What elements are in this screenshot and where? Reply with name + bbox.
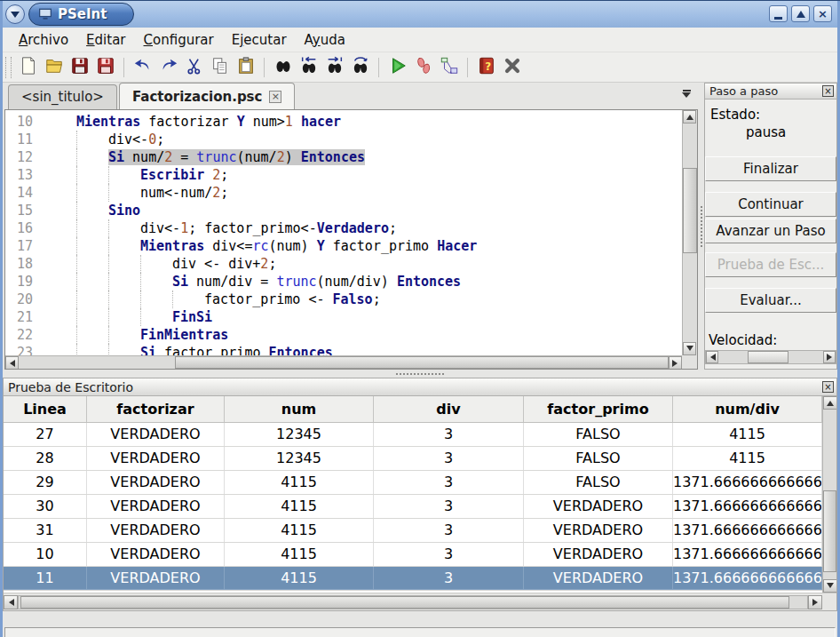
title-bar[interactable]: PSeInt × (3, 1, 837, 28)
code-line: 12Si num/2 = trunc(num/2) Entonces (5, 148, 682, 166)
svg-text:?: ? (485, 60, 491, 73)
table-row[interactable]: 28VERDADERO123453FALSO4115 (4, 447, 822, 471)
scroll-up-button[interactable] (683, 110, 696, 123)
table-cell: 3 (374, 567, 524, 590)
open-file-button[interactable] (42, 55, 66, 79)
toolbar-row: ? (3, 52, 837, 83)
continuar-button[interactable]: Continuar (705, 192, 836, 217)
find-prev-button[interactable] (297, 55, 321, 79)
slider-left-button[interactable] (706, 351, 718, 363)
menu-item-ejecutar[interactable]: Ejecutar (223, 29, 296, 51)
table-row[interactable]: 27VERDADERO123453FALSO4115 (4, 423, 822, 447)
editor-vertical-scrollbar[interactable] (682, 110, 697, 355)
toolbar-separator (378, 58, 379, 77)
column-header-num[interactable]: num (225, 396, 374, 422)
table-row[interactable]: 31VERDADERO41153VERDADERO1371.6666666666… (4, 519, 822, 543)
step-buttons: FinalizarContinuarAvanzar un PasoPrueba … (705, 156, 836, 313)
scroll-left-button[interactable] (4, 595, 18, 609)
help-button[interactable]: ? (474, 55, 498, 79)
scroll-right-button[interactable] (669, 356, 682, 370)
quit-button[interactable] (500, 55, 524, 79)
table-cell: 30 (4, 495, 87, 518)
run-button[interactable] (385, 55, 409, 79)
code-line: 23Si factor_primo Entonces (5, 344, 682, 355)
finalizar-button[interactable]: Finalizar (705, 156, 836, 181)
table-row[interactable]: 29VERDADERO41153FALSO1371.666666666666 (4, 471, 822, 495)
table-cell: VERDADERO (524, 495, 673, 518)
scrollbar-thumb[interactable] (823, 490, 836, 572)
table-cell: FALSO (524, 447, 673, 470)
step-run-button[interactable] (411, 55, 435, 79)
table-horizontal-scrollbar[interactable] (4, 593, 836, 610)
vertical-splitter[interactable] (698, 83, 704, 370)
new-file-button[interactable] (16, 55, 40, 79)
tab-close-icon[interactable]: × (269, 91, 281, 103)
line-number: 11 (5, 131, 44, 148)
minimize-button[interactable] (769, 5, 788, 22)
tab-list-button[interactable] (682, 90, 691, 102)
editor-horizontal-scrollbar[interactable] (5, 355, 682, 369)
scroll-up-button[interactable] (823, 396, 836, 410)
redo-button[interactable] (156, 55, 180, 79)
run-icon (388, 56, 408, 78)
save-button[interactable] (67, 55, 91, 79)
table-row[interactable]: 11VERDADERO41153VERDADERO1371.6666666666… (4, 567, 822, 591)
copy-button[interactable] (208, 55, 232, 79)
close-button[interactable]: × (813, 5, 832, 22)
scrollbar-thumb[interactable] (683, 168, 697, 253)
avanzar-un-paso-button[interactable]: Avanzar un Paso (705, 219, 836, 243)
table-cell: 4115 (225, 471, 374, 494)
tab-factorizacion-psc[interactable]: Factorizacion.psc× (119, 83, 296, 109)
find-next-button[interactable] (322, 55, 346, 79)
table-cell: 3 (374, 471, 524, 494)
cut-button[interactable] (182, 55, 206, 79)
paste-button[interactable] (234, 55, 258, 79)
flowchart-button[interactable] (437, 55, 461, 79)
slider-right-button[interactable] (823, 351, 836, 363)
undo-button[interactable] (131, 55, 155, 79)
table-vertical-scrollbar[interactable] (822, 396, 836, 593)
estado-value: pausa (705, 124, 836, 142)
menu-item-editar[interactable]: Editar (77, 29, 134, 51)
panel-close-icon[interactable]: × (822, 381, 834, 393)
status-row (3, 611, 837, 637)
tab-sin-titulo[interactable]: <sin_titulo> (8, 84, 117, 109)
scroll-down-button[interactable] (683, 342, 696, 355)
slider-thumb[interactable] (748, 351, 788, 363)
scroll-right-button[interactable] (808, 595, 822, 609)
toolbar-grip[interactable] (5, 57, 12, 78)
column-header-num-div[interactable]: num/div (673, 396, 822, 422)
arrow-left-icon (707, 354, 716, 361)
menu-item-configurar[interactable]: Configurar (135, 29, 223, 51)
menu-item-ayuda[interactable]: Ayuda (296, 29, 354, 51)
horizontal-splitter[interactable] (3, 370, 837, 378)
table-row[interactable]: 30VERDADERO41153VERDADERO1371.6666666666… (4, 495, 822, 519)
code-line: 19Si num/div = trunc(num/div) Entonces (5, 273, 682, 291)
find-button[interactable] (271, 55, 295, 79)
table-cell: 3 (374, 423, 524, 446)
menu-item-archivo[interactable]: Archivo (10, 29, 77, 51)
maximize-button[interactable] (791, 5, 810, 22)
scrollbar-thumb[interactable] (175, 356, 669, 369)
prueba-de-escritorio-button: Prueba de Esc... (705, 252, 836, 277)
table-cell: 3 (374, 495, 524, 518)
evaluar-button[interactable]: Evaluar... (705, 288, 836, 313)
panel-close-icon[interactable]: × (822, 85, 834, 97)
scroll-left-button[interactable] (5, 356, 19, 370)
save-as-button[interactable] (93, 55, 117, 79)
tab-list-icon (683, 90, 691, 92)
replace-button[interactable] (348, 55, 372, 79)
column-header-div[interactable]: div (374, 396, 524, 422)
code-area[interactable]: 10Mientras factorizar Y num>1 hacer11div… (5, 110, 682, 355)
table-cell: 4115 (225, 495, 374, 518)
table-cell: 1371.666666666666 (673, 471, 822, 494)
column-header-factor-primo[interactable]: factor_primo (524, 396, 673, 422)
table-row[interactable]: 10VERDADERO41153VERDADERO1371.6666666666… (4, 543, 822, 567)
column-header-factorizar[interactable]: factorizar (87, 396, 225, 422)
scroll-down-button[interactable] (823, 579, 836, 593)
speed-slider[interactable] (705, 350, 836, 364)
window-menu-button[interactable] (5, 4, 25, 24)
toolbar-separator (264, 58, 265, 77)
column-header-linea[interactable]: Linea (4, 396, 87, 422)
scrollbar-thumb[interactable] (20, 596, 789, 609)
